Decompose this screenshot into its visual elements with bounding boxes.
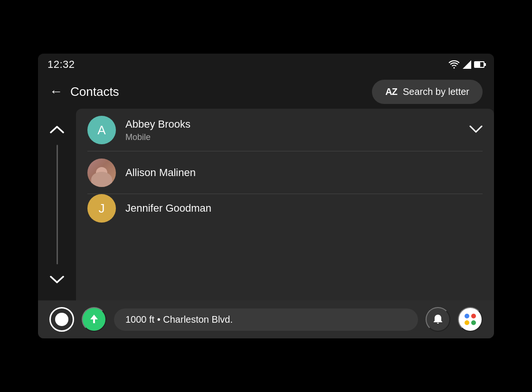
contact-item[interactable]: A Abbey Brooks Mobile xyxy=(76,109,494,151)
device-frame: 12:32 ← Contacts AZ Sear xyxy=(38,54,494,338)
avatar: A xyxy=(87,116,116,144)
scroll-controls xyxy=(38,109,76,300)
scroll-up-button[interactable] xyxy=(46,118,68,141)
avatar: J xyxy=(87,194,116,223)
main-content: A Abbey Brooks Mobile Allison Malinen xyxy=(38,109,494,300)
search-by-letter-label: Search by letter xyxy=(403,86,469,97)
expand-icon[interactable] xyxy=(469,123,483,137)
home-icon xyxy=(55,313,68,326)
contact-info: Allison Malinen xyxy=(125,167,483,179)
status-bar: 12:32 xyxy=(38,54,494,75)
notification-button[interactable] xyxy=(426,307,450,332)
signal-icon xyxy=(463,60,471,69)
scroll-indicator xyxy=(57,145,58,264)
avatar xyxy=(87,159,116,187)
search-by-letter-button[interactable]: AZ Search by letter xyxy=(372,80,483,104)
status-time: 12:32 xyxy=(48,58,75,71)
wifi-icon xyxy=(448,60,460,69)
back-button[interactable]: ← Contacts xyxy=(49,84,119,99)
bell-icon xyxy=(432,313,444,326)
back-arrow-icon: ← xyxy=(49,85,63,98)
navigation-button[interactable] xyxy=(82,307,106,332)
route-info: 1000 ft • Charleston Blvd. xyxy=(114,308,418,331)
page-title: Contacts xyxy=(70,84,119,99)
google-icon xyxy=(465,314,476,325)
contact-subtitle: Mobile xyxy=(125,132,462,142)
contact-name: Jennifer Goodman xyxy=(125,202,483,215)
contact-item[interactable]: J Jennifer Goodman xyxy=(76,194,494,223)
bottom-nav: 1000 ft • Charleston Blvd. xyxy=(38,300,494,338)
home-button[interactable] xyxy=(49,307,74,332)
battery-icon xyxy=(474,61,484,68)
az-icon: AZ xyxy=(385,86,397,97)
status-icons xyxy=(448,60,484,69)
turn-icon xyxy=(87,313,101,326)
contact-name: Abbey Brooks xyxy=(125,118,462,131)
contact-info: Jennifer Goodman xyxy=(125,202,483,215)
contacts-list: A Abbey Brooks Mobile Allison Malinen xyxy=(76,109,494,300)
scroll-down-button[interactable] xyxy=(46,268,68,291)
contact-item[interactable]: Allison Malinen xyxy=(76,151,494,194)
contact-name: Allison Malinen xyxy=(125,167,483,179)
header: ← Contacts AZ Search by letter xyxy=(38,75,494,109)
contact-info: Abbey Brooks Mobile xyxy=(125,118,462,142)
google-assistant-button[interactable] xyxy=(458,307,483,332)
route-text: 1000 ft • Charleston Blvd. xyxy=(125,314,233,325)
svg-marker-0 xyxy=(463,60,471,69)
